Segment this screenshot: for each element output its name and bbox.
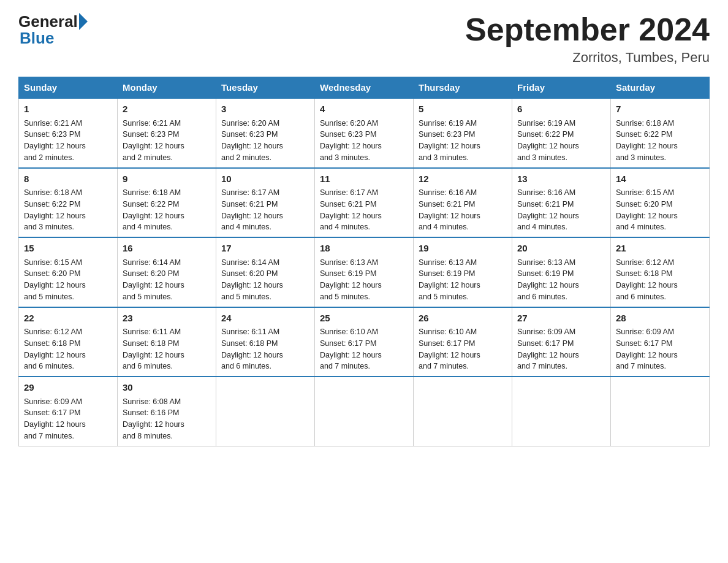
daylight-text: Daylight: 12 hours: [419, 351, 480, 359]
title-block: September 2024 Zorritos, Tumbes, Peru: [465, 12, 710, 66]
day-number: 9: [123, 172, 211, 186]
day-number: 13: [517, 172, 605, 186]
daylight-minutes-text: and 4 minutes.: [123, 223, 173, 231]
calendar-header-row: Sunday Monday Tuesday Wednesday Thursday…: [19, 77, 710, 99]
col-thursday: Thursday: [414, 77, 512, 99]
sunset-text: Sunset: 6:20 PM: [221, 269, 278, 278]
table-row: 24 Sunrise: 6:11 AM Sunset: 6:18 PM Dayl…: [216, 307, 315, 377]
daylight-minutes-text: and 6 minutes.: [123, 362, 173, 370]
sunrise-text: Sunrise: 6:18 AM: [123, 188, 181, 197]
table-row: 19 Sunrise: 6:13 AM Sunset: 6:19 PM Dayl…: [414, 237, 512, 307]
daylight-text: Daylight: 12 hours: [24, 212, 86, 220]
sunset-text: Sunset: 6:18 PM: [616, 269, 672, 278]
table-row: 5 Sunrise: 6:19 AM Sunset: 6:23 PM Dayli…: [414, 98, 512, 168]
day-number: 19: [419, 242, 507, 256]
daylight-text: Daylight: 12 hours: [320, 351, 382, 359]
calendar-week-row: 1 Sunrise: 6:21 AM Sunset: 6:23 PM Dayli…: [19, 98, 710, 168]
day-number: 3: [221, 102, 309, 117]
daylight-text: Daylight: 12 hours: [24, 142, 86, 150]
sunrise-text: Sunrise: 6:08 AM: [123, 397, 181, 406]
sunrise-text: Sunrise: 6:20 AM: [320, 119, 378, 128]
daylight-minutes-text: and 4 minutes.: [320, 223, 370, 231]
table-row: 7 Sunrise: 6:18 AM Sunset: 6:22 PM Dayli…: [611, 98, 710, 168]
sunset-text: Sunset: 6:18 PM: [221, 339, 278, 348]
table-row: 28 Sunrise: 6:09 AM Sunset: 6:17 PM Dayl…: [611, 307, 710, 377]
sunset-text: Sunset: 6:17 PM: [320, 339, 376, 348]
day-number: 25: [320, 312, 408, 326]
day-number: 26: [419, 312, 507, 326]
daylight-text: Daylight: 12 hours: [517, 212, 579, 220]
day-number: 2: [123, 102, 211, 117]
daylight-text: Daylight: 12 hours: [123, 281, 184, 289]
col-wednesday: Wednesday: [315, 77, 414, 99]
daylight-minutes-text: and 7 minutes.: [419, 362, 469, 370]
daylight-minutes-text: and 3 minutes.: [419, 153, 469, 162]
table-row: 6 Sunrise: 6:19 AM Sunset: 6:22 PM Dayli…: [512, 98, 611, 168]
day-number: 21: [616, 242, 704, 256]
sunset-text: Sunset: 6:21 PM: [419, 200, 475, 209]
daylight-minutes-text: and 5 minutes.: [221, 293, 271, 301]
sunset-text: Sunset: 6:19 PM: [320, 269, 376, 278]
sunrise-text: Sunrise: 6:15 AM: [616, 188, 674, 197]
logo-blue: Blue: [18, 29, 88, 48]
calendar-week-row: 22 Sunrise: 6:12 AM Sunset: 6:18 PM Dayl…: [19, 307, 710, 377]
daylight-minutes-text: and 5 minutes.: [123, 293, 173, 301]
sunrise-text: Sunrise: 6:13 AM: [517, 258, 575, 267]
day-number: 16: [123, 242, 211, 256]
table-row: 20 Sunrise: 6:13 AM Sunset: 6:19 PM Dayl…: [512, 237, 611, 307]
sunset-text: Sunset: 6:17 PM: [517, 339, 574, 348]
sunrise-text: Sunrise: 6:21 AM: [123, 119, 181, 128]
table-row: 14 Sunrise: 6:15 AM Sunset: 6:20 PM Dayl…: [611, 168, 710, 238]
calendar-week-row: 29 Sunrise: 6:09 AM Sunset: 6:17 PM Dayl…: [19, 377, 710, 446]
daylight-minutes-text: and 3 minutes.: [24, 223, 74, 231]
table-row: 11 Sunrise: 6:17 AM Sunset: 6:21 PM Dayl…: [315, 168, 414, 238]
sunset-text: Sunset: 6:20 PM: [616, 200, 672, 209]
day-number: 6: [517, 102, 605, 117]
day-number: 4: [320, 102, 408, 117]
sunrise-text: Sunrise: 6:09 AM: [517, 327, 575, 336]
sunset-text: Sunset: 6:20 PM: [123, 269, 179, 278]
table-row: 4 Sunrise: 6:20 AM Sunset: 6:23 PM Dayli…: [315, 98, 414, 168]
daylight-minutes-text: and 5 minutes.: [24, 293, 74, 301]
page-header: General Blue September 2024 Zorritos, Tu…: [18, 12, 710, 66]
calendar-location: Zorritos, Tumbes, Peru: [465, 50, 710, 66]
day-number: 10: [221, 172, 309, 186]
sunset-text: Sunset: 6:23 PM: [320, 130, 376, 139]
sunset-text: Sunset: 6:23 PM: [221, 130, 278, 139]
daylight-minutes-text: and 4 minutes.: [616, 223, 666, 231]
sunrise-text: Sunrise: 6:18 AM: [24, 188, 82, 197]
sunrise-text: Sunrise: 6:13 AM: [419, 258, 477, 267]
daylight-minutes-text: and 5 minutes.: [320, 293, 370, 301]
table-row: 21 Sunrise: 6:12 AM Sunset: 6:18 PM Dayl…: [611, 237, 710, 307]
daylight-text: Daylight: 12 hours: [419, 212, 480, 220]
day-number: 15: [24, 242, 112, 256]
table-row: [414, 377, 512, 446]
daylight-text: Daylight: 12 hours: [517, 281, 579, 289]
day-number: 11: [320, 172, 408, 186]
daylight-minutes-text: and 7 minutes.: [320, 362, 370, 370]
sunset-text: Sunset: 6:17 PM: [616, 339, 672, 348]
table-row: 25 Sunrise: 6:10 AM Sunset: 6:17 PM Dayl…: [315, 307, 414, 377]
sunset-text: Sunset: 6:17 PM: [419, 339, 475, 348]
sunrise-text: Sunrise: 6:09 AM: [24, 397, 82, 406]
col-saturday: Saturday: [611, 77, 710, 99]
table-row: 23 Sunrise: 6:11 AM Sunset: 6:18 PM Dayl…: [118, 307, 216, 377]
sunrise-text: Sunrise: 6:16 AM: [419, 188, 477, 197]
sunset-text: Sunset: 6:19 PM: [419, 269, 475, 278]
sunrise-text: Sunrise: 6:12 AM: [616, 258, 674, 267]
daylight-text: Daylight: 12 hours: [320, 142, 382, 150]
daylight-text: Daylight: 12 hours: [517, 351, 579, 359]
daylight-text: Daylight: 12 hours: [616, 351, 678, 359]
table-row: 3 Sunrise: 6:20 AM Sunset: 6:23 PM Dayli…: [216, 98, 315, 168]
table-row: [315, 377, 414, 446]
sunset-text: Sunset: 6:16 PM: [123, 408, 179, 417]
sunrise-text: Sunrise: 6:18 AM: [616, 119, 674, 128]
table-row: 15 Sunrise: 6:15 AM Sunset: 6:20 PM Dayl…: [19, 237, 118, 307]
calendar-week-row: 15 Sunrise: 6:15 AM Sunset: 6:20 PM Dayl…: [19, 237, 710, 307]
sunrise-text: Sunrise: 6:17 AM: [320, 188, 378, 197]
day-number: 8: [24, 172, 112, 186]
table-row: 29 Sunrise: 6:09 AM Sunset: 6:17 PM Dayl…: [19, 377, 118, 446]
sunset-text: Sunset: 6:18 PM: [24, 339, 80, 348]
table-row: 27 Sunrise: 6:09 AM Sunset: 6:17 PM Dayl…: [512, 307, 611, 377]
daylight-text: Daylight: 12 hours: [221, 281, 283, 289]
